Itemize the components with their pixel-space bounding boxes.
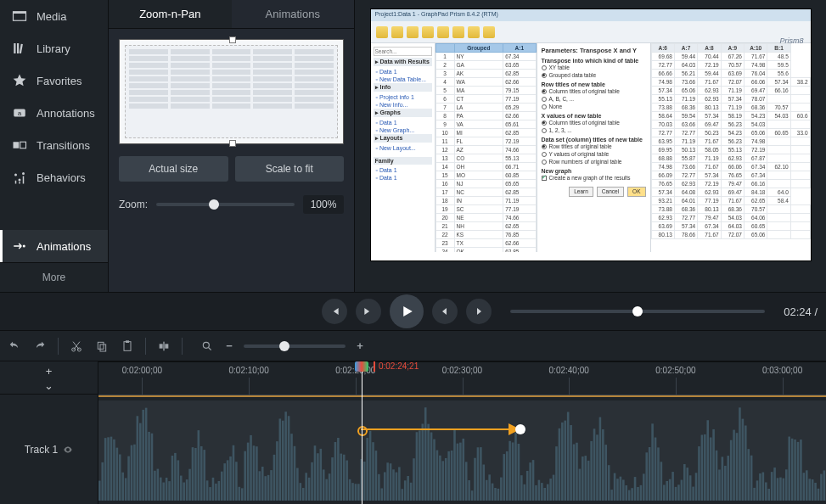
sidebar-item-library[interactable]: Library: [0, 32, 108, 64]
search-input[interactable]: [374, 47, 432, 56]
nav-item[interactable]: ▫ Project info 1: [374, 93, 432, 101]
back-button[interactable]: [432, 299, 458, 324]
table-row[interactable]: 10MI62.85: [435, 129, 536, 137]
eye-icon[interactable]: [63, 445, 73, 455]
timeline-ruler[interactable]: 0:02:00;000:02:10;000:02:20;000:02:30;00…: [98, 361, 826, 395]
table-row[interactable]: 76.6562.9372.1979.4766.16: [651, 180, 810, 188]
table-row[interactable]: 22KS76.85: [435, 231, 536, 239]
table-row[interactable]: 16NJ65.65: [435, 180, 536, 188]
radio-option[interactable]: 1, 2, 3, ...: [542, 126, 646, 134]
table-row[interactable]: 73.8868.3680.1371.1968.3670.57: [651, 104, 810, 112]
timeline-area[interactable]: 0:02:24;21 0:02:00;000:02:10;000:02:20;0…: [98, 361, 826, 504]
nav-item[interactable]: ▫ New Info...: [374, 101, 432, 109]
table-row[interactable]: 66.0972.7757.3476.6567.34: [651, 171, 810, 180]
table-row[interactable]: 11FL72.19: [435, 137, 536, 146]
nav-item[interactable]: ▫ New Layout...: [374, 144, 432, 152]
tab-zoom-n-pan[interactable]: Zoom-n-Pan: [109, 0, 232, 28]
radio-icon[interactable]: [542, 160, 547, 165]
table-row[interactable]: 68.8855.8771.1962.9367.87: [651, 154, 810, 163]
table-row[interactable]: 72.7772.7750.2354.2365.0660.6533.0: [651, 129, 810, 137]
radio-option[interactable]: XY table: [542, 64, 646, 71]
family-item[interactable]: ▫ Data 1: [374, 166, 432, 174]
scrub-thumb[interactable]: [632, 306, 643, 316]
checkbox-icon[interactable]: [542, 176, 547, 181]
nav-item[interactable]: ▫ New Graph...: [374, 126, 432, 134]
table-row[interactable]: 74.9873.6671.6772.0766.0657.3438.2: [651, 78, 810, 87]
table-row[interactable]: 69.6859.4470.4467.2671.6748.5: [651, 53, 810, 61]
table-row[interactable]: 20NE74.66: [435, 214, 536, 222]
animation-keyframe-arrow[interactable]: [361, 428, 521, 430]
nav-item[interactable]: ▫ New Data Table...: [374, 76, 432, 83]
sidebar-item-media[interactable]: Media: [0, 0, 108, 32]
table-row[interactable]: 69.9550.1358.0555.1372.19: [651, 146, 810, 154]
track-header[interactable]: Track 1: [0, 394, 98, 504]
timeline-zoom-slider[interactable]: [244, 344, 346, 348]
table-row[interactable]: 66.6656.2159.4463.6976.0455.6: [651, 70, 810, 78]
table-row[interactable]: 5MA79.15: [435, 87, 536, 95]
table-row[interactable]: 13CO55.13: [435, 154, 536, 163]
table-row[interactable]: 57.3464.0862.9369.4784.1864.0: [651, 188, 810, 197]
table-row[interactable]: 12AZ74.66: [435, 146, 536, 154]
sidebar-item-behaviors[interactable]: Behaviors: [0, 161, 108, 193]
radio-icon[interactable]: [542, 97, 547, 102]
cut-button[interactable]: [69, 339, 84, 354]
radio-option[interactable]: A, B, C, ...: [542, 95, 646, 103]
table-row[interactable]: 63.6957.3467.3464.0360.65: [651, 222, 810, 231]
playhead[interactable]: [362, 361, 362, 504]
nav-item[interactable]: ▫ Data 1: [374, 68, 432, 76]
table-row[interactable]: 58.6459.5457.3458.1954.2354.0360.6: [651, 112, 810, 120]
radio-option[interactable]: Column titles of original table: [542, 87, 646, 95]
add-track-button[interactable]: +: [0, 361, 98, 379]
table-row[interactable]: 3AK62.85: [435, 70, 536, 78]
radio-option[interactable]: Column titles of original table: [542, 119, 646, 126]
radio-option[interactable]: Row numbers of original table: [542, 158, 646, 165]
undo-button[interactable]: [7, 339, 22, 354]
radio-icon[interactable]: [542, 89, 547, 94]
next-frame-button[interactable]: [356, 299, 381, 324]
radio-option[interactable]: Grouped data table: [542, 71, 646, 79]
table-row[interactable]: 1NY67.34: [435, 53, 536, 61]
table-row[interactable]: 55.1371.1962.9357.3478.07: [651, 95, 810, 104]
nav-section-header[interactable]: ▸ Layouts: [374, 134, 432, 143]
radio-icon[interactable]: [542, 128, 547, 133]
recorded-screen[interactable]: Project1:Data 1 - GraphPad Prism 8.4.2 (…: [370, 8, 812, 261]
table-row[interactable]: 62.9372.7779.4754.0364.06: [651, 214, 810, 222]
actual-size-button[interactable]: Actual size: [119, 156, 228, 182]
table-row[interactable]: 74.9873.6671.6766.0667.3462.10: [651, 163, 810, 171]
timeline-zoom-thumb[interactable]: [279, 341, 289, 351]
play-button[interactable]: [390, 294, 424, 328]
zoom-slider-thumb[interactable]: [209, 199, 219, 210]
sidebar-more[interactable]: More: [0, 262, 108, 292]
split-button[interactable]: [156, 339, 171, 354]
zoom-search-icon[interactable]: [199, 339, 215, 354]
table-row[interactable]: 6CT77.19: [435, 95, 536, 104]
table-row[interactable]: 14OH66.71: [435, 163, 536, 171]
nav-section-header[interactable]: ▸ Info: [374, 83, 432, 92]
table-row[interactable]: 8PA62.66: [435, 112, 536, 120]
paste-button[interactable]: [120, 339, 135, 354]
zoom-slider[interactable]: [156, 203, 295, 206]
table-row[interactable]: 18IN71.19: [435, 197, 536, 205]
table-row[interactable]: 7LA65.29: [435, 104, 536, 112]
prev-frame-button[interactable]: [322, 299, 347, 324]
table-row[interactable]: 19SC77.19: [435, 205, 536, 214]
table-row[interactable]: 9VA65.61: [435, 120, 536, 129]
radio-icon[interactable]: [542, 152, 547, 157]
radio-icon[interactable]: [542, 144, 547, 149]
table-row[interactable]: 4WA62.66: [435, 78, 536, 87]
scrub-slider[interactable]: [510, 310, 765, 313]
radio-option[interactable]: Y values of original table: [542, 150, 646, 158]
radio-option[interactable]: Row titles of original table: [542, 143, 646, 150]
table-row[interactable]: 80.1378.6671.6772.0765.06: [651, 231, 810, 239]
nav-section-header[interactable]: ▸ Data with Results: [374, 58, 432, 66]
table-row[interactable]: 21NH62.65: [435, 222, 536, 231]
nav-item[interactable]: ▫ Data 1: [374, 119, 432, 126]
table-row[interactable]: 2GA63.65: [435, 61, 536, 70]
clip-track-1[interactable]: [98, 400, 826, 501]
scale-to-fit-button[interactable]: Scale to fit: [235, 156, 345, 182]
learn-button[interactable]: Learn: [569, 187, 593, 197]
sidebar-item-animations[interactable]: Animations: [0, 230, 108, 262]
table-row[interactable]: 70.0363.6669.4756.2354.03: [651, 120, 810, 129]
redo-button[interactable]: [32, 339, 48, 354]
sidebar-item-annotations[interactable]: a Annotations: [0, 97, 108, 129]
